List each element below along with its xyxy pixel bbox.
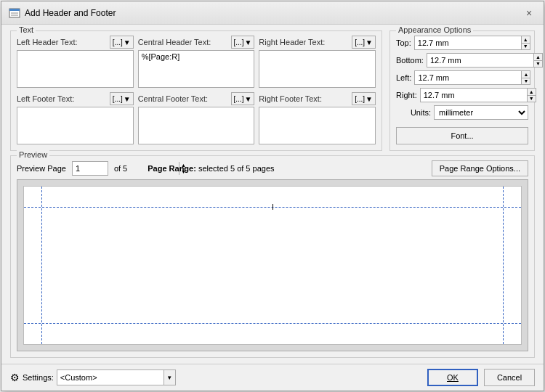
- left-footer-label-row: Left Footer Text: [...] ▼: [17, 92, 134, 105]
- right-label: Right:: [396, 91, 417, 99]
- bottom-margin-row: Bottom: ▲ ▼: [396, 53, 528, 68]
- appearance-grid: Top: ▲ ▼ Bottom:: [396, 36, 528, 144]
- bottom-spin-up[interactable]: ▲: [534, 54, 542, 61]
- bottom-label: Bottom:: [396, 56, 424, 65]
- text-cursor: [272, 204, 273, 210]
- central-header-group: Central Header Text: [...] ▼ %[Page:R]: [138, 36, 255, 88]
- right-header-input[interactable]: [259, 50, 376, 88]
- title-bar: Add Header and Footer ×: [1, 1, 544, 25]
- central-footer-input[interactable]: [138, 107, 255, 144]
- units-select[interactable]: millimeter inch point: [434, 105, 528, 120]
- title-bar-left: Add Header and Footer: [9, 7, 116, 19]
- left-header-group: Left Header Text: [...] ▼: [17, 36, 134, 88]
- settings-dropdown: ▼: [57, 369, 176, 385]
- bottom-bar: ⚙ Settings: ▼ OK Cancel: [1, 364, 544, 391]
- left-header-label: Left Header Text:: [17, 38, 78, 46]
- left-label: Left:: [396, 73, 411, 82]
- left-input-wrap: ▲ ▼: [414, 70, 530, 85]
- text-section: Text Left Header Text: [...] ▼: [10, 30, 382, 151]
- central-footer-group: Central Footer Text: [...] ▼: [138, 92, 255, 144]
- right-margin-dashed-line: [503, 187, 504, 344]
- preview-canvas: [17, 179, 528, 351]
- right-header-label-row: Right Header Text: [...] ▼: [259, 36, 376, 49]
- top-input[interactable]: [415, 36, 521, 49]
- right-spin-down[interactable]: ▼: [528, 96, 536, 102]
- top-spin: ▲ ▼: [521, 36, 530, 49]
- settings-dropdown-arrow[interactable]: ▼: [164, 370, 175, 385]
- top-label: Top:: [396, 38, 411, 47]
- top-spin-up[interactable]: ▲: [522, 36, 530, 44]
- header-fields-row: Left Header Text: [...] ▼ Central Header…: [17, 36, 376, 88]
- dialog-icon: [9, 7, 20, 19]
- bottom-input[interactable]: [427, 54, 533, 67]
- footer-dashed-line: [24, 323, 521, 324]
- central-header-insert-btn[interactable]: [...] ▼: [231, 36, 255, 49]
- right-footer-insert-btn[interactable]: [...] ▼: [352, 92, 376, 105]
- right-footer-label-row: Right Footer Text: [...] ▼: [259, 92, 376, 105]
- units-row: Units: millimeter inch point: [396, 105, 528, 120]
- right-header-insert-btn[interactable]: [...] ▼: [352, 36, 376, 49]
- right-footer-label: Right Footer Text:: [259, 94, 322, 103]
- central-header-label-row: Central Header Text: [...] ▼: [138, 36, 255, 49]
- left-footer-label: Left Footer Text:: [17, 94, 74, 103]
- left-footer-group: Left Footer Text: [...] ▼: [17, 92, 134, 144]
- left-footer-insert-btn[interactable]: [...] ▼: [110, 92, 134, 105]
- right-spin: ▲ ▼: [527, 89, 536, 102]
- left-header-insert-btn[interactable]: [...] ▼: [110, 36, 134, 49]
- preview-of-text: of 5: [114, 164, 127, 173]
- settings-input[interactable]: [57, 373, 164, 382]
- svg-rect-1: [9, 9, 20, 11]
- preview-section: Preview Preview Page ▲ ▼ of 5 Page Range…: [10, 155, 535, 358]
- preview-page-label: Preview Page: [17, 164, 66, 173]
- dialog-title: Add Header and Footer: [25, 8, 116, 18]
- right-spin-up[interactable]: ▲: [528, 89, 536, 96]
- central-header-input[interactable]: %[Page:R]: [138, 50, 255, 88]
- right-footer-input[interactable]: [259, 107, 376, 144]
- appearance-section: Appearance Options Top: ▲ ▼ Bot: [389, 30, 535, 151]
- left-spin-down[interactable]: ▼: [522, 78, 530, 85]
- ok-button[interactable]: OK: [427, 369, 478, 386]
- right-input[interactable]: [421, 89, 527, 102]
- settings-label: Settings:: [23, 373, 54, 382]
- footer-fields-row: Left Footer Text: [...] ▼ Central Footer…: [17, 92, 376, 144]
- central-footer-label-row: Central Footer Text: [...] ▼: [138, 92, 255, 105]
- left-spin-up[interactable]: ▲: [522, 71, 530, 78]
- right-header-group: Right Header Text: [...] ▼: [259, 36, 376, 88]
- ok-label: OK: [447, 373, 459, 382]
- right-footer-group: Right Footer Text: [...] ▼: [259, 92, 376, 144]
- settings-icon: ⚙: [10, 372, 20, 383]
- preview-page-area: [23, 186, 522, 345]
- font-button[interactable]: Font...: [396, 127, 528, 144]
- central-header-label: Central Header Text:: [138, 38, 211, 46]
- left-spin: ▲ ▼: [521, 71, 530, 84]
- top-spin-down[interactable]: ▼: [522, 44, 530, 50]
- units-label: Units:: [396, 108, 431, 117]
- close-button[interactable]: ×: [522, 6, 536, 20]
- preview-header: Preview Page ▲ ▼ of 5 Page Range: select…: [17, 160, 528, 176]
- left-footer-input[interactable]: [17, 107, 134, 144]
- bottom-input-wrap: ▲ ▼: [427, 53, 543, 68]
- left-input[interactable]: [415, 71, 521, 84]
- bottom-spin-down[interactable]: ▼: [534, 61, 542, 68]
- bottom-spin: ▲ ▼: [533, 54, 542, 67]
- dialog-content: Text Left Header Text: [...] ▼: [1, 25, 544, 364]
- cancel-button[interactable]: Cancel: [484, 369, 535, 386]
- central-footer-insert-btn[interactable]: [...] ▼: [231, 92, 255, 105]
- right-header-label: Right Header Text:: [259, 38, 325, 46]
- top-margin-row: Top: ▲ ▼: [396, 36, 528, 50]
- settings-left: ⚙ Settings: ▼: [10, 369, 176, 385]
- preview-page-input-wrap: ▲ ▼: [72, 161, 108, 176]
- left-header-label-row: Left Header Text: [...] ▼: [17, 36, 134, 49]
- right-input-wrap: ▲ ▼: [420, 88, 536, 102]
- bottom-right-buttons: OK Cancel: [427, 369, 535, 386]
- left-margin-row: Left: ▲ ▼: [396, 70, 528, 85]
- page-range-options-button[interactable]: Page Range Options...: [432, 160, 528, 176]
- top-section: Text Left Header Text: [...] ▼: [10, 30, 535, 151]
- text-fields-group: Left Header Text: [...] ▼ Central Header…: [17, 36, 376, 144]
- left-header-input[interactable]: [17, 50, 134, 88]
- text-section-label: Text: [17, 25, 36, 34]
- page-range-text: Page Range: selected 5 of 5 pages: [148, 164, 425, 173]
- right-margin-row: Right: ▲ ▼: [396, 88, 528, 102]
- appearance-label: Appearance Options: [396, 25, 473, 34]
- page-range-label: Page Range:: [148, 164, 196, 173]
